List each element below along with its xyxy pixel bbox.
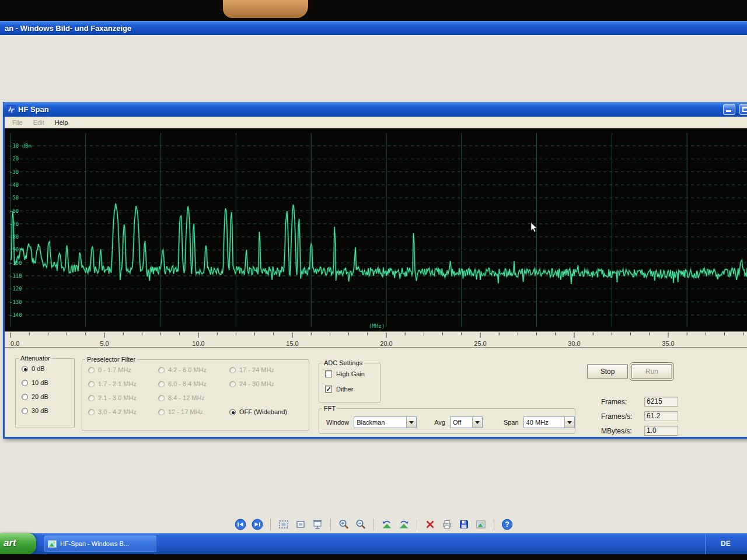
minimize-button[interactable] xyxy=(723,104,735,115)
svg-text:-40: -40 xyxy=(9,182,19,188)
radio-off-wideband-[interactable]: OFF (Wideband) xyxy=(224,405,305,419)
radio-label: 17 - 24 MHz xyxy=(239,366,274,373)
dropdown-arrow-icon[interactable] xyxy=(406,417,416,428)
menu-help[interactable]: Help xyxy=(50,118,74,127)
hfspan-title: HF Span xyxy=(18,102,49,117)
radio-circle xyxy=(158,367,165,373)
toolbar-separator xyxy=(417,519,417,530)
checkbox-box[interactable] xyxy=(325,370,332,377)
svg-text:?: ? xyxy=(505,520,509,528)
zoom-in-icon[interactable] xyxy=(337,518,350,531)
menubar: FileEditHelp xyxy=(5,117,747,128)
svg-text:-20: -20 xyxy=(9,156,19,162)
radio-circle xyxy=(88,409,95,415)
stop-button[interactable]: Stop xyxy=(587,364,628,379)
hfspan-titlebar[interactable]: HF Span xyxy=(3,102,747,117)
photographed-screen: an - Windows Bild- und Faxanzeige HF Spa… xyxy=(0,0,747,560)
svg-text:-10 dBm: -10 dBm xyxy=(9,143,32,149)
radio-circle xyxy=(158,409,165,415)
radio-label: 12 - 17 MHz xyxy=(168,408,203,415)
fft-avg-select[interactable]: Off xyxy=(450,416,483,428)
radio-24-30-mhz: 24 - 30 MHz xyxy=(224,377,305,391)
fft-span-label: Span xyxy=(504,419,519,426)
language-indicator[interactable]: DE xyxy=(721,540,731,548)
radio-8-4-12-mhz: 8.4 - 12 MHz xyxy=(152,391,224,405)
svg-text:-30: -30 xyxy=(9,169,19,175)
save-icon[interactable] xyxy=(458,518,470,531)
menu-edit: Edit xyxy=(28,118,50,127)
fft-span-select[interactable]: 40 MHz xyxy=(523,416,575,428)
radio-0-1-7-mhz: 0 - 1.7 MHz xyxy=(82,363,152,377)
viewer-toolbar: ? xyxy=(0,516,747,533)
radio-12-17-mhz: 12 - 17 MHz xyxy=(152,405,224,419)
radio-circle xyxy=(88,381,95,387)
next-image-icon[interactable] xyxy=(251,518,264,531)
rotate-clockwise-icon[interactable] xyxy=(397,518,410,531)
stat-label: Frames: xyxy=(601,398,644,406)
radio-circle xyxy=(229,381,236,387)
fft-label: FFT xyxy=(322,405,337,412)
radio-2-1-3-0-mhz: 2.1 - 3.0 MHz xyxy=(82,391,152,405)
checkbox-dither[interactable]: ✓Dither xyxy=(319,382,380,397)
fft-group: FFT Window Blackman Avg Off Span xyxy=(319,405,575,434)
adc-settings-label: ADC Settings xyxy=(322,359,364,366)
zoom-out-icon[interactable] xyxy=(354,518,367,531)
dropdown-arrow-icon[interactable] xyxy=(472,417,482,428)
start-button[interactable]: art xyxy=(0,533,36,554)
viewer-titlebar[interactable]: an - Windows Bild- und Faxanzeige xyxy=(0,21,747,35)
radio-circle xyxy=(229,367,236,373)
previous-image-icon[interactable] xyxy=(234,518,247,531)
attenuator-group: Attenuator 0 dB10 dB20 dB30 dB xyxy=(15,355,75,428)
monitor-bezel-top xyxy=(0,0,747,21)
checkbox-high-gain[interactable]: High Gain xyxy=(319,366,380,382)
actual-size-icon[interactable] xyxy=(294,518,307,531)
radio-circle xyxy=(88,367,95,373)
dropdown-arrow-icon[interactable] xyxy=(564,417,574,428)
control-panel: Attenuator 0 dB10 dB20 dB30 dB Preselect… xyxy=(5,348,747,435)
rotate-counterclockwise-icon[interactable] xyxy=(381,518,393,531)
attenuator-label: Attenuator xyxy=(19,355,52,362)
svg-text:-130: -130 xyxy=(9,299,22,305)
svg-text:30.0: 30.0 xyxy=(568,340,580,347)
radio-label: 0 dB xyxy=(32,365,45,372)
radio-circle[interactable] xyxy=(229,409,236,415)
radio-circle xyxy=(88,395,95,401)
radio-label: 6.0 - 8.4 MHz xyxy=(168,380,207,387)
stat-label: Frames/s: xyxy=(601,412,644,421)
run-button: Run xyxy=(631,364,672,379)
system-tray: DE xyxy=(705,533,747,554)
taskbar-task-button[interactable]: HF-Span - Windows B... xyxy=(44,536,156,552)
radio-30-db[interactable]: 30 dB xyxy=(16,404,74,418)
viewer-title: an - Windows Bild- und Faxanzeige xyxy=(5,24,131,33)
edit-image-icon[interactable] xyxy=(474,518,487,531)
print-icon[interactable] xyxy=(441,518,453,531)
radio-label: 3.0 - 4.2 MHz xyxy=(98,408,137,415)
checkbox-box[interactable]: ✓ xyxy=(325,386,332,393)
radio-circle[interactable] xyxy=(22,380,28,386)
hfspan-app-icon xyxy=(7,105,16,114)
menu-file: File xyxy=(7,118,28,127)
best-fit-icon[interactable] xyxy=(277,518,290,531)
radio-label: 2.1 - 3.0 MHz xyxy=(98,394,137,401)
radio-circle[interactable] xyxy=(22,394,28,400)
radio-circle[interactable] xyxy=(22,408,28,414)
delete-icon[interactable] xyxy=(424,518,437,531)
svg-text:-120: -120 xyxy=(9,286,22,292)
radio-20-db[interactable]: 20 dB xyxy=(16,390,74,404)
radio-circle xyxy=(158,395,165,401)
radio-label: 10 dB xyxy=(32,379,48,386)
radio-circle xyxy=(158,381,165,387)
start-slideshow-icon[interactable] xyxy=(311,518,324,531)
radio-10-db[interactable]: 10 dB xyxy=(16,376,74,390)
fft-window-select[interactable]: Blackman xyxy=(354,416,417,428)
taskbar: art HF-Span - Windows B... DE xyxy=(0,533,747,554)
svg-text:35.0: 35.0 xyxy=(662,340,674,347)
svg-text:20.0: 20.0 xyxy=(380,340,392,347)
radio-circle[interactable] xyxy=(22,366,28,372)
radio-17-24-mhz: 17 - 24 MHz xyxy=(224,363,305,377)
radio-0-db[interactable]: 0 dB xyxy=(16,362,74,376)
help-icon[interactable]: ? xyxy=(501,518,514,531)
radio-6-0-8-4-mhz: 6.0 - 8.4 MHz xyxy=(152,377,224,391)
svg-text:0.0: 0.0 xyxy=(11,340,19,347)
maximize-button[interactable] xyxy=(739,104,747,115)
